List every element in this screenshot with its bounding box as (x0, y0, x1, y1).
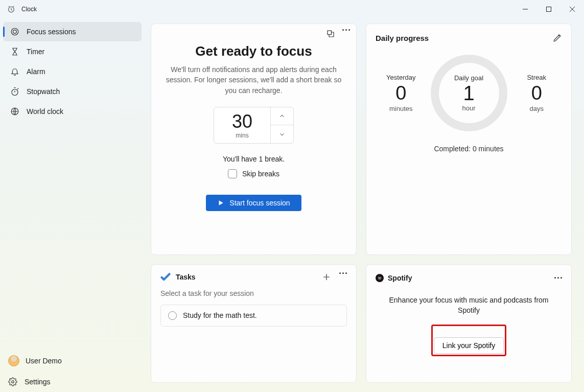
gear-icon (8, 377, 17, 386)
hourglass-icon (10, 47, 19, 56)
more-icon[interactable] (554, 277, 562, 279)
sidebar-item-world-clock[interactable]: World clock (3, 102, 142, 121)
globe-icon (10, 107, 19, 116)
tasks-title: Tasks (176, 273, 196, 281)
sidebar-item-label: Timer (27, 48, 44, 56)
tasks-card: Tasks Select a task for your session Stu… (151, 264, 357, 383)
svg-rect-1 (547, 7, 551, 12)
task-text: Study for the math test. (183, 311, 257, 319)
sidebar-item-settings[interactable]: Settings (1, 372, 144, 391)
clock-app-icon (7, 5, 15, 13)
tasks-hint: Select a task for your session (160, 289, 347, 297)
task-radio[interactable] (168, 311, 177, 320)
sidebar: Focus sessions Timer Alarm (0, 18, 145, 392)
skip-breaks-checkbox[interactable] (228, 169, 237, 178)
duration-display: 30 mins (214, 107, 270, 143)
focus-title: Get ready to focus (195, 43, 312, 59)
daily-progress-title: Daily progress (376, 34, 429, 42)
spotify-card: Spotify Enhance your focus with music an… (366, 264, 572, 383)
tasks-icon (160, 272, 171, 282)
skip-breaks-row[interactable]: Skip breaks (228, 169, 279, 178)
spotify-description: Enhance your focus with music and podcas… (376, 295, 562, 315)
spotify-icon (376, 274, 384, 282)
sidebar-item-label: Stopwatch (27, 87, 60, 96)
app-title: Clock (21, 6, 37, 13)
start-focus-button[interactable]: Start focus session (206, 195, 301, 211)
title-left: Clock (7, 5, 37, 13)
focus-description: We'll turn off notifications and app ale… (162, 64, 346, 96)
svg-point-2 (11, 28, 18, 35)
focus-card: Get ready to focus We'll turn off notifi… (151, 24, 357, 255)
stopwatch-icon (10, 87, 19, 96)
skip-breaks-label: Skip breaks (242, 170, 279, 178)
task-item[interactable]: Study for the math test. (160, 305, 347, 327)
close-button[interactable] (560, 0, 584, 18)
start-focus-label: Start focus session (229, 199, 290, 207)
sidebar-item-label: World clock (27, 107, 63, 116)
sidebar-user[interactable]: User Demo (0, 350, 145, 372)
window-controls (513, 0, 584, 18)
svg-point-3 (13, 30, 17, 34)
minimize-button[interactable] (513, 0, 537, 18)
avatar-icon (8, 355, 19, 366)
sidebar-item-stopwatch[interactable]: Stopwatch (3, 82, 142, 101)
breaks-info: You'll have 1 break. (223, 155, 285, 163)
edit-icon[interactable] (553, 33, 562, 42)
svg-point-6 (12, 381, 14, 383)
daily-progress-card: Daily progress Yesterday 0 minutes (366, 24, 572, 255)
duration-increase-button[interactable] (271, 107, 293, 125)
user-label: User Demo (26, 357, 62, 365)
completed-line: Completed: 0 minutes (376, 145, 562, 153)
bell-icon (10, 67, 19, 76)
sidebar-item-alarm[interactable]: Alarm (3, 62, 142, 81)
title-bar: Clock (0, 0, 584, 18)
pin-icon[interactable] (326, 29, 335, 38)
stat-streak: Streak 0 days (511, 74, 563, 112)
duration-decrease-button[interactable] (271, 125, 293, 143)
link-spotify-button[interactable]: Link your Spotify (434, 337, 504, 354)
svg-rect-7 (328, 31, 332, 35)
content: Get ready to focus We'll turn off notifi… (145, 18, 584, 392)
stat-yesterday: Yesterday 0 minutes (376, 74, 427, 112)
duration-unit: mins (216, 132, 268, 139)
focus-icon (10, 27, 19, 36)
play-icon (217, 199, 224, 206)
duration-value: 30 (216, 112, 268, 131)
more-icon[interactable] (342, 29, 350, 38)
link-highlight: Link your Spotify (431, 325, 507, 356)
sidebar-item-label: Alarm (27, 67, 45, 76)
duration-stepper: 30 mins (214, 107, 294, 144)
sidebar-item-timer[interactable]: Timer (3, 42, 142, 61)
sidebar-item-focus-sessions[interactable]: Focus sessions (3, 22, 142, 41)
more-icon[interactable] (339, 272, 347, 282)
daily-goal-ring: Daily goal 1 hour (431, 55, 507, 131)
sidebar-item-label: Focus sessions (27, 28, 76, 36)
spotify-brand-label: Spotify (388, 274, 412, 282)
maximize-button[interactable] (537, 0, 560, 18)
add-task-button[interactable] (322, 272, 331, 282)
sidebar-item-label: Settings (25, 378, 51, 386)
